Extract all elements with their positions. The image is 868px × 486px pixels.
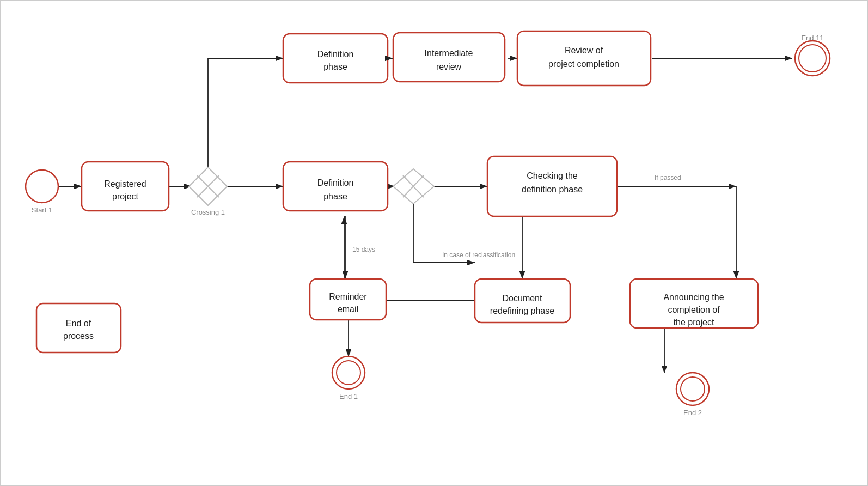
int-review-text: Intermediate xyxy=(425,48,473,58)
announcing-text2: completion of xyxy=(668,305,720,314)
start1-label: Start 1 xyxy=(32,206,52,214)
reminder-text2: email xyxy=(338,305,358,314)
label-in-case: In case of reclassification xyxy=(442,251,515,259)
end1-label: End 1 xyxy=(339,392,358,400)
review-completion-text2: project completion xyxy=(548,59,619,69)
doc-redefine-text2: redefining phase xyxy=(490,306,554,315)
def-phase-mid-text2: phase xyxy=(323,192,347,201)
registered-project-text: Registered xyxy=(104,179,146,189)
checking-text2: definition phase xyxy=(522,185,583,194)
end2-label: End 2 xyxy=(683,409,702,417)
announcing-text3: the project xyxy=(674,318,714,327)
start1-event xyxy=(26,170,58,203)
end11-label: End 11 xyxy=(801,34,823,42)
end11-event xyxy=(795,41,830,76)
registered-project-text2: project xyxy=(112,192,139,201)
label-if-passed: If passed xyxy=(655,174,681,181)
def-phase-top-text2: phase xyxy=(323,62,347,71)
def-phase-mid-text: Definition xyxy=(317,178,354,187)
doc-redefine-text: Document xyxy=(503,294,542,303)
review-completion-text: Review of xyxy=(565,46,603,55)
label-15days: 15 days xyxy=(352,246,375,253)
crossing1-label: Crossing 1 xyxy=(191,208,225,216)
reminder-text: Reminder xyxy=(329,292,367,301)
arrow-crossing1-deftop xyxy=(208,58,283,173)
checking-text: Checking the xyxy=(527,171,577,180)
end-process-text: End of xyxy=(66,319,91,328)
end-process-text2: process xyxy=(63,331,94,341)
int-review-text2: review xyxy=(436,62,462,71)
review-completion-rect[interactable] xyxy=(517,31,651,86)
end-process-rect[interactable] xyxy=(36,303,121,353)
diagram-container: If passed In case of reclassification 15… xyxy=(0,0,868,486)
announcing-text: Announcing the xyxy=(663,293,724,302)
def-phase-top-text: Definition xyxy=(317,50,354,59)
